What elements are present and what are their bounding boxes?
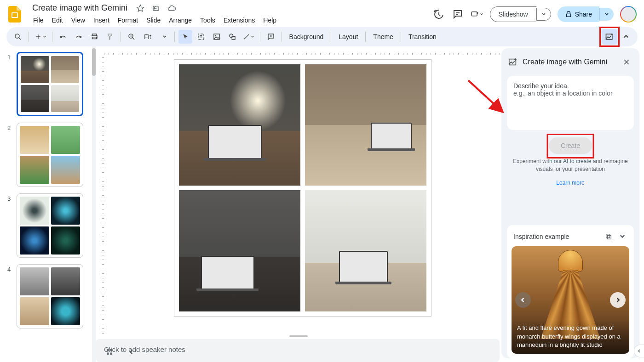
svg-rect-1 [12, 13, 17, 17]
svg-rect-11 [606, 34, 612, 40]
move-icon[interactable] [151, 4, 161, 13]
svg-rect-16 [509, 59, 516, 65]
theme-button[interactable]: Theme [369, 33, 397, 40]
lock-icon [565, 11, 572, 18]
inspiration-image[interactable]: A fit and flare evening gown made of mon… [512, 246, 629, 354]
chevron-down-icon[interactable] [617, 232, 627, 242]
menu-extensions[interactable]: Extensions [220, 15, 259, 26]
slideshow-button[interactable]: Slideshow [490, 6, 536, 22]
new-slide-button[interactable] [33, 30, 48, 44]
svg-rect-15 [110, 353, 113, 355]
slide-panel-scrollbar[interactable] [92, 46, 96, 362]
svg-point-4 [15, 34, 19, 38]
svg-rect-17 [607, 235, 611, 239]
star-icon[interactable] [136, 4, 145, 13]
search-menus-icon[interactable] [11, 30, 25, 44]
menu-edit[interactable]: Edit [48, 15, 67, 26]
explore-collapse-icon[interactable] [126, 346, 137, 357]
inspiration-prev-button[interactable] [515, 292, 531, 308]
background-button[interactable]: Background [286, 33, 328, 40]
toolbar-collapse-icon[interactable] [619, 30, 633, 44]
menu-help[interactable]: Help [259, 15, 280, 26]
slide-image-4[interactable] [305, 190, 426, 311]
redo-icon[interactable] [72, 30, 86, 44]
svg-rect-13 [110, 349, 113, 351]
horizontal-ruler[interactable] [104, 46, 501, 55]
create-button[interactable]: Create [549, 137, 592, 154]
slide-panel[interactable]: 1 2 3 4 [0, 46, 92, 362]
prompt-textarea[interactable]: Describe your idea. e.g., an object in a… [507, 76, 634, 130]
cloud-status-icon[interactable] [167, 4, 176, 13]
inspiration-caption: A fit and flare evening gown made of mon… [512, 319, 629, 354]
select-tool-icon[interactable] [178, 30, 192, 44]
history-icon[interactable] [432, 8, 445, 21]
layout-button[interactable]: Layout [335, 33, 362, 40]
prompt-placeholder-line1: Describe your idea. [513, 82, 627, 90]
gemini-image-tool-button[interactable] [602, 29, 617, 45]
inspiration-title: Inspiration example [513, 233, 600, 240]
learn-more-link[interactable]: Learn more [507, 177, 634, 189]
canvas-area: Click to add speaker notes [96, 46, 501, 362]
gemini-sparkle-image-icon [508, 57, 518, 67]
share-dropdown[interactable] [599, 8, 614, 21]
menu-arrange[interactable]: Arrange [165, 15, 196, 26]
svg-rect-2 [472, 11, 477, 16]
menu-slide[interactable]: Slide [143, 15, 164, 26]
copy-icon[interactable] [604, 232, 614, 242]
document-title[interactable]: Create image with Gemini [29, 2, 130, 14]
gridview-icon[interactable] [104, 346, 115, 357]
slide-image-3[interactable] [179, 190, 300, 311]
transition-button[interactable]: Transition [405, 33, 440, 40]
close-icon[interactable] [620, 56, 633, 68]
image-icon[interactable] [210, 30, 224, 44]
menu-format[interactable]: Format [114, 15, 142, 26]
current-slide[interactable] [174, 59, 431, 317]
menu-view[interactable]: View [68, 15, 89, 26]
gemini-panel-title: Create image with Gemini [523, 58, 615, 66]
slide-thumbnail-3[interactable]: 3 [7, 193, 88, 258]
undo-icon[interactable] [56, 30, 70, 44]
side-panel-toggle[interactable] [634, 345, 644, 357]
svg-point-3 [477, 12, 478, 14]
slide-thumbnail-4[interactable]: 4 [7, 264, 88, 328]
slide-image-1[interactable] [179, 64, 300, 186]
slideshow-group: Slideshow [490, 6, 551, 22]
zoom-icon[interactable] [125, 30, 138, 44]
main-area: 1 2 3 4 [0, 46, 644, 362]
text-box-icon[interactable] [194, 30, 208, 44]
slideshow-dropdown[interactable] [536, 8, 551, 21]
menu-tools[interactable]: Tools [196, 15, 219, 26]
slide-thumbnail-2[interactable]: 2 [7, 123, 88, 187]
svg-rect-12 [107, 349, 109, 351]
svg-rect-18 [606, 234, 610, 238]
account-avatar[interactable] [620, 6, 637, 23]
shape-icon[interactable] [225, 30, 239, 44]
slide-image-2[interactable] [305, 64, 426, 186]
inspiration-card: Inspiration example A fit and flare even… [507, 225, 634, 358]
slides-logo[interactable] [6, 5, 24, 23]
vertical-ruler[interactable] [96, 55, 104, 334]
menu-file[interactable]: File [29, 15, 47, 26]
menu-bar: File Edit View Insert Format Slide Arran… [29, 15, 280, 26]
header-actions: Slideshow Share [432, 6, 637, 23]
share-label: Share [575, 11, 592, 18]
inspiration-next-button[interactable] [610, 292, 626, 308]
present-options-icon[interactable] [471, 8, 483, 21]
line-icon[interactable] [241, 30, 256, 44]
notes-resize-handle[interactable] [289, 335, 308, 337]
slide-thumbnail-1[interactable]: 1 [7, 52, 88, 116]
gemini-panel: Create image with Gemini Describe your i… [501, 48, 639, 358]
paint-format-icon[interactable] [103, 30, 117, 44]
share-button[interactable]: Share [558, 6, 599, 22]
footer [104, 346, 137, 357]
comment-add-icon[interactable] [264, 30, 278, 44]
prompt-placeholder-line2: e.g., an object in a location in color [513, 90, 627, 97]
menu-insert[interactable]: Insert [90, 15, 113, 26]
comments-icon[interactable] [451, 8, 464, 21]
zoom-select[interactable]: Fit [140, 33, 171, 40]
svg-point-9 [230, 34, 233, 38]
speaker-notes[interactable]: Click to add speaker notes [96, 339, 500, 362]
toolbar: Fit Background Layout Theme Transition [6, 27, 638, 46]
slide-canvas[interactable] [104, 55, 501, 334]
print-icon[interactable] [87, 30, 101, 44]
